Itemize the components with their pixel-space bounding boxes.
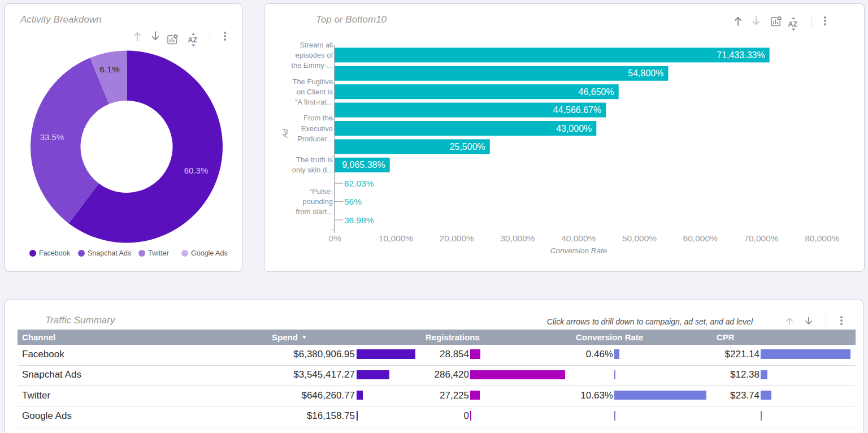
svg-text:0%: 0%: [329, 233, 342, 243]
svg-text:54,800%: 54,800%: [628, 68, 663, 78]
svg-text:46,650%: 46,650%: [579, 87, 614, 97]
svg-text:10,000%: 10,000%: [379, 233, 413, 243]
svg-text:6.1%: 6.1%: [99, 64, 120, 74]
svg-text:50,000%: 50,000%: [622, 233, 657, 243]
svg-text:62.03%: 62.03%: [344, 179, 374, 188]
svg-text:only skin d...: only skin d...: [292, 166, 333, 174]
svg-text:The truth is: The truth is: [296, 155, 333, 164]
svg-text:33.5%: 33.5%: [40, 132, 64, 142]
svg-text:Stream all: Stream all: [300, 41, 333, 49]
svg-text:Conversion Rate: Conversion Rate: [550, 246, 607, 255]
svg-text:9,065.38%: 9,065.38%: [342, 160, 385, 170]
svg-text:“A first-rat...: “A first-rat...: [295, 98, 333, 106]
svg-text:36.98%: 36.98%: [344, 215, 374, 225]
svg-text:70,000%: 70,000%: [744, 233, 778, 243]
svg-text:Producer...: Producer...: [297, 135, 333, 143]
svg-text:60.3%: 60.3%: [184, 166, 209, 175]
svg-text:pounding: pounding: [303, 197, 333, 206]
svg-text:44,566.67%: 44,566.67%: [553, 105, 601, 115]
svg-text:on Client is: on Client is: [297, 88, 333, 96]
svg-text:56%: 56%: [344, 197, 362, 206]
svg-text:20,000%: 20,000%: [440, 233, 474, 243]
svg-text:80,000%: 80,000%: [805, 233, 839, 243]
svg-text:30,000%: 30,000%: [500, 233, 535, 243]
svg-text:Executive: Executive: [301, 124, 333, 133]
svg-text:From the: From the: [303, 114, 333, 122]
svg-text:60,000%: 60,000%: [683, 233, 718, 243]
svg-text:25,500%: 25,500%: [450, 142, 485, 151]
svg-text:episodes of: episodes of: [296, 51, 333, 59]
svg-text:71,433.33%: 71,433.33%: [717, 50, 765, 60]
svg-text:“Pulse-: “Pulse-: [310, 187, 333, 196]
svg-text:The Fugitive: The Fugitive: [292, 77, 333, 86]
svg-text:Ad: Ad: [281, 128, 289, 138]
svg-text:43,000%: 43,000%: [556, 124, 592, 133]
svg-text:40,000%: 40,000%: [561, 233, 596, 243]
svg-text:from start...: from start...: [296, 207, 333, 216]
svg-text:the Emmy-...: the Emmy-...: [291, 61, 333, 70]
